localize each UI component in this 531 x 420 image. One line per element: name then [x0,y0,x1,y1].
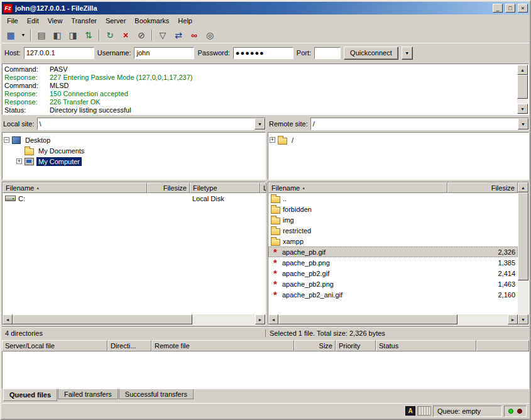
collapse-icon[interactable]: − [4,137,9,143]
disconnect-button[interactable]: ⊘ [134,28,149,42]
scroll-right-button[interactable]: ► [508,314,518,324]
toggle-queue-button[interactable]: ⇅ [81,28,96,42]
log-line: Command: PASV [4,65,516,74]
port-input[interactable] [314,47,341,59]
menu-item-help[interactable]: Help [173,15,197,26]
refresh-button[interactable]: ↻ [102,28,118,42]
site-manager-dropdown-button[interactable]: ▼ [19,28,28,42]
file-row-forbidden[interactable]: forbidden [268,204,518,214]
scroll-track[interactable] [278,314,508,324]
tab-successful-transfers[interactable]: Successful transfers [119,389,194,399]
cancel-button[interactable]: × [118,28,133,42]
file-row-parent-dir[interactable]: .. [268,193,518,204]
file-row-apache-pb2-gif[interactable]: *apache_pb2.gif 2,414 [268,268,518,279]
sort-ascending-icon: ▲ [36,186,40,190]
log-line-label: Response: [4,98,50,106]
password-input[interactable] [233,47,293,59]
file-row-apache-pb2-png[interactable]: *apache_pb2.png 1,463 [268,279,518,289]
close-button[interactable]: × [518,4,528,13]
tree-item-my-documents[interactable]: My Documents [16,145,264,156]
column-header-filename[interactable]: Filename ▲ [268,182,447,193]
file-row-apache-pb-png[interactable]: *apache_pb.png 1,385 [268,257,518,268]
remote-site-combo[interactable]: / ▼ [310,118,529,130]
activity-indicator-panel [504,406,527,417]
column-header-remote-file[interactable]: Remote file [151,340,294,351]
quickconnect-dropdown-button[interactable]: ▼ [402,47,413,60]
filter-button[interactable]: ▽ [155,28,170,42]
log-vertical-scrollbar[interactable]: ▲ ▼ [517,65,528,114]
scroll-thumb[interactable] [517,75,528,99]
file-row-img[interactable]: img [268,214,518,225]
scroll-track[interactable] [13,314,255,324]
scroll-thumb[interactable] [13,314,192,324]
menu-item-server[interactable]: Server [101,15,130,26]
expand-icon[interactable]: + [16,158,22,164]
keyboard-icon[interactable] [417,406,431,416]
scroll-thumb[interactable] [518,192,528,280]
directory-comparison-button[interactable]: ⇄ [171,28,186,42]
file-row-apache-pb-gif-selected[interactable]: *apache_pb.gif 2,326 [268,246,518,257]
column-header-size[interactable]: Size [294,340,336,351]
transfer-type-icon[interactable]: A [405,406,415,416]
scroll-down-button[interactable]: ▼ [518,314,528,324]
expand-icon[interactable]: + [270,137,275,143]
scroll-right-button[interactable]: ► [255,314,265,324]
scroll-down-button[interactable]: ▼ [517,104,528,114]
column-header-priority[interactable]: Priority [336,340,376,351]
maximize-button[interactable]: □ [505,4,515,13]
find-files-icon: ◎ [206,31,214,40]
find-files-button[interactable]: ◎ [202,28,217,42]
tree-item-root[interactable]: + / [270,135,527,145]
tab-failed-transfers[interactable]: Failed transfers [58,389,118,399]
menu-item-transfer[interactable]: Transfer [67,15,101,26]
scroll-left-button[interactable]: ◄ [268,314,278,324]
scroll-track[interactable] [517,75,528,104]
toggle-local-tree-button[interactable]: ◧ [50,28,65,42]
column-header-filesize[interactable]: Filesize [447,182,518,193]
tree-panes: − Desktop My Documents + My Computer + / [2,132,529,180]
local-site-combo[interactable]: \ ▼ [37,118,266,130]
scroll-up-button[interactable]: ▲ [518,182,528,192]
scroll-left-button[interactable]: ◄ [3,314,13,324]
remote-vertical-scrollbar[interactable]: ▲ ▼ [518,182,528,324]
username-input[interactable] [134,47,194,59]
column-header-direction[interactable]: Directi... [107,340,151,351]
toggle-message-log-button[interactable]: ▤ [34,28,49,42]
toggle-remote-tree-button[interactable]: ◨ [65,28,80,42]
column-header-filename[interactable]: Filename ▲ [3,182,147,193]
scroll-track[interactable] [518,192,528,314]
file-row-c-drive[interactable]: C: Local Disk [3,193,265,204]
directory-comparison-icon: ⇄ [175,31,182,40]
local-horizontal-scrollbar[interactable]: ◄ ► [3,314,265,324]
column-header-filesize[interactable]: Filesize [147,182,190,193]
scroll-up-button[interactable]: ▲ [517,65,528,75]
menu-item-view[interactable]: View [43,15,67,26]
menu-item-edit[interactable]: Edit [23,15,43,26]
tree-item-desktop[interactable]: − Desktop [4,135,264,145]
menu-item-file[interactable]: File [3,15,23,26]
column-label: Filename [271,184,300,192]
file-row-restricted[interactable]: restricted [268,225,518,236]
host-input[interactable] [24,47,94,59]
remote-horizontal-scrollbar[interactable]: ◄ ► [268,314,518,324]
column-header-filetype[interactable]: Filetype [190,182,260,193]
tab-queued-files[interactable]: Queued files [3,389,57,401]
minimize-button[interactable]: _ [493,4,503,13]
chevron-down-icon[interactable]: ▼ [255,118,265,130]
file-row-apache-pb2-ani-gif[interactable]: *apache_pb2_ani.gif 2,160 [268,289,518,300]
synchronized-browsing-button[interactable]: ∞ [187,28,202,42]
column-label: Directi... [111,342,136,350]
file-row-xampp[interactable]: xampp [268,236,518,246]
scroll-thumb[interactable] [278,314,457,324]
column-header-status[interactable]: Status [376,340,476,351]
quickconnect-button[interactable]: Quickconnect [344,47,398,60]
column-header-server-local-file[interactable]: Server/Local file [2,340,107,351]
titlebar[interactable]: Fz john@127.0.0.1 - FileZilla _ □ × [2,2,529,14]
chevron-down-icon[interactable]: ▼ [518,118,528,130]
tree-item-my-computer[interactable]: + My Computer [16,156,264,167]
menu-item-bookmarks[interactable]: Bookmarks [130,15,173,26]
broken-image-icon: * [271,250,280,255]
queue-body [2,351,529,389]
column-header-last-modified[interactable]: L [260,182,266,193]
site-manager-button[interactable]: ▦ [3,28,18,42]
